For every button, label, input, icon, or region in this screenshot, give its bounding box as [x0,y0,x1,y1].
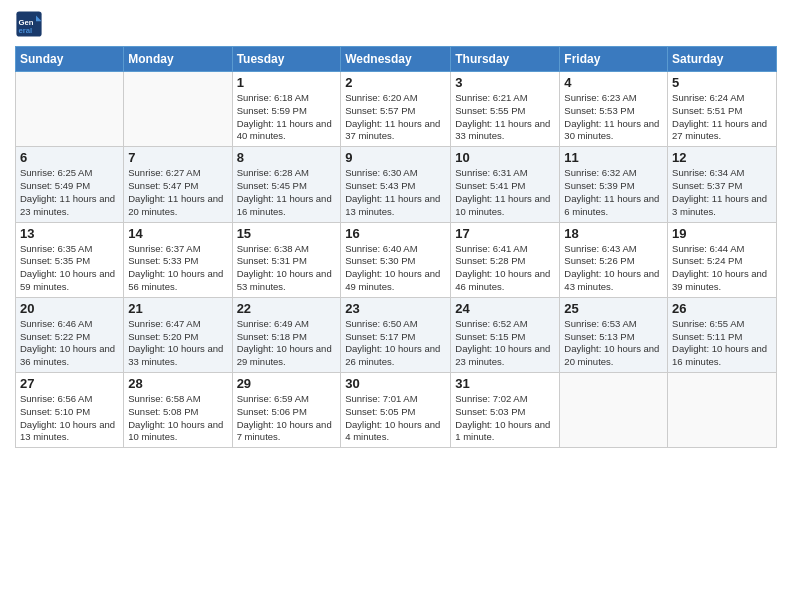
day-number: 10 [455,150,555,165]
day-info: Sunrise: 6:46 AM Sunset: 5:22 PM Dayligh… [20,318,119,369]
calendar-cell: 16Sunrise: 6:40 AM Sunset: 5:30 PM Dayli… [341,222,451,297]
calendar-cell: 19Sunrise: 6:44 AM Sunset: 5:24 PM Dayli… [668,222,777,297]
calendar-cell [124,72,232,147]
calendar-cell: 27Sunrise: 6:56 AM Sunset: 5:10 PM Dayli… [16,373,124,448]
day-number: 18 [564,226,663,241]
calendar-cell: 14Sunrise: 6:37 AM Sunset: 5:33 PM Dayli… [124,222,232,297]
day-info: Sunrise: 7:01 AM Sunset: 5:05 PM Dayligh… [345,393,446,444]
day-info: Sunrise: 6:56 AM Sunset: 5:10 PM Dayligh… [20,393,119,444]
day-number: 31 [455,376,555,391]
day-number: 16 [345,226,446,241]
day-number: 5 [672,75,772,90]
day-info: Sunrise: 6:18 AM Sunset: 5:59 PM Dayligh… [237,92,337,143]
day-info: Sunrise: 6:52 AM Sunset: 5:15 PM Dayligh… [455,318,555,369]
calendar-week-row: 13Sunrise: 6:35 AM Sunset: 5:35 PM Dayli… [16,222,777,297]
calendar-cell: 29Sunrise: 6:59 AM Sunset: 5:06 PM Dayli… [232,373,341,448]
day-info: Sunrise: 6:50 AM Sunset: 5:17 PM Dayligh… [345,318,446,369]
day-number: 22 [237,301,337,316]
svg-text:eral: eral [19,26,33,35]
calendar-cell: 6Sunrise: 6:25 AM Sunset: 5:49 PM Daylig… [16,147,124,222]
day-number: 30 [345,376,446,391]
day-number: 21 [128,301,227,316]
calendar-cell: 1Sunrise: 6:18 AM Sunset: 5:59 PM Daylig… [232,72,341,147]
calendar-cell: 13Sunrise: 6:35 AM Sunset: 5:35 PM Dayli… [16,222,124,297]
day-info: Sunrise: 6:40 AM Sunset: 5:30 PM Dayligh… [345,243,446,294]
calendar-cell: 11Sunrise: 6:32 AM Sunset: 5:39 PM Dayli… [560,147,668,222]
day-number: 8 [237,150,337,165]
calendar-header-row: Sunday Monday Tuesday Wednesday Thursday… [16,47,777,72]
calendar-week-row: 6Sunrise: 6:25 AM Sunset: 5:49 PM Daylig… [16,147,777,222]
col-thursday: Thursday [451,47,560,72]
day-info: Sunrise: 6:37 AM Sunset: 5:33 PM Dayligh… [128,243,227,294]
day-number: 27 [20,376,119,391]
day-info: Sunrise: 6:35 AM Sunset: 5:35 PM Dayligh… [20,243,119,294]
calendar-cell [668,373,777,448]
calendar-cell: 21Sunrise: 6:47 AM Sunset: 5:20 PM Dayli… [124,297,232,372]
calendar-cell: 23Sunrise: 6:50 AM Sunset: 5:17 PM Dayli… [341,297,451,372]
header: Gen eral [15,10,777,38]
col-wednesday: Wednesday [341,47,451,72]
calendar-cell: 22Sunrise: 6:49 AM Sunset: 5:18 PM Dayli… [232,297,341,372]
col-sunday: Sunday [16,47,124,72]
day-info: Sunrise: 6:25 AM Sunset: 5:49 PM Dayligh… [20,167,119,218]
logo: Gen eral [15,10,46,38]
day-info: Sunrise: 6:21 AM Sunset: 5:55 PM Dayligh… [455,92,555,143]
day-number: 7 [128,150,227,165]
day-info: Sunrise: 6:23 AM Sunset: 5:53 PM Dayligh… [564,92,663,143]
day-info: Sunrise: 6:30 AM Sunset: 5:43 PM Dayligh… [345,167,446,218]
day-number: 6 [20,150,119,165]
calendar-cell: 20Sunrise: 6:46 AM Sunset: 5:22 PM Dayli… [16,297,124,372]
day-info: Sunrise: 6:58 AM Sunset: 5:08 PM Dayligh… [128,393,227,444]
day-info: Sunrise: 6:44 AM Sunset: 5:24 PM Dayligh… [672,243,772,294]
day-number: 26 [672,301,772,316]
day-number: 2 [345,75,446,90]
calendar-cell: 5Sunrise: 6:24 AM Sunset: 5:51 PM Daylig… [668,72,777,147]
day-info: Sunrise: 6:28 AM Sunset: 5:45 PM Dayligh… [237,167,337,218]
calendar-cell: 7Sunrise: 6:27 AM Sunset: 5:47 PM Daylig… [124,147,232,222]
day-info: Sunrise: 6:55 AM Sunset: 5:11 PM Dayligh… [672,318,772,369]
day-info: Sunrise: 6:27 AM Sunset: 5:47 PM Dayligh… [128,167,227,218]
calendar-cell: 18Sunrise: 6:43 AM Sunset: 5:26 PM Dayli… [560,222,668,297]
day-number: 23 [345,301,446,316]
day-info: Sunrise: 6:32 AM Sunset: 5:39 PM Dayligh… [564,167,663,218]
calendar-cell: 24Sunrise: 6:52 AM Sunset: 5:15 PM Dayli… [451,297,560,372]
day-number: 25 [564,301,663,316]
calendar-cell: 12Sunrise: 6:34 AM Sunset: 5:37 PM Dayli… [668,147,777,222]
calendar-cell: 31Sunrise: 7:02 AM Sunset: 5:03 PM Dayli… [451,373,560,448]
day-info: Sunrise: 6:43 AM Sunset: 5:26 PM Dayligh… [564,243,663,294]
col-friday: Friday [560,47,668,72]
calendar-cell: 26Sunrise: 6:55 AM Sunset: 5:11 PM Dayli… [668,297,777,372]
day-number: 15 [237,226,337,241]
calendar-cell: 25Sunrise: 6:53 AM Sunset: 5:13 PM Dayli… [560,297,668,372]
day-number: 1 [237,75,337,90]
calendar-cell: 2Sunrise: 6:20 AM Sunset: 5:57 PM Daylig… [341,72,451,147]
calendar-cell [560,373,668,448]
day-number: 3 [455,75,555,90]
calendar-week-row: 27Sunrise: 6:56 AM Sunset: 5:10 PM Dayli… [16,373,777,448]
day-info: Sunrise: 6:31 AM Sunset: 5:41 PM Dayligh… [455,167,555,218]
calendar-week-row: 20Sunrise: 6:46 AM Sunset: 5:22 PM Dayli… [16,297,777,372]
day-info: Sunrise: 6:49 AM Sunset: 5:18 PM Dayligh… [237,318,337,369]
day-info: Sunrise: 6:20 AM Sunset: 5:57 PM Dayligh… [345,92,446,143]
day-number: 9 [345,150,446,165]
logo-icon: Gen eral [15,10,43,38]
calendar-cell: 3Sunrise: 6:21 AM Sunset: 5:55 PM Daylig… [451,72,560,147]
day-number: 19 [672,226,772,241]
calendar-week-row: 1Sunrise: 6:18 AM Sunset: 5:59 PM Daylig… [16,72,777,147]
day-info: Sunrise: 7:02 AM Sunset: 5:03 PM Dayligh… [455,393,555,444]
calendar-cell: 28Sunrise: 6:58 AM Sunset: 5:08 PM Dayli… [124,373,232,448]
calendar-cell: 10Sunrise: 6:31 AM Sunset: 5:41 PM Dayli… [451,147,560,222]
calendar-cell: 15Sunrise: 6:38 AM Sunset: 5:31 PM Dayli… [232,222,341,297]
calendar-cell: 9Sunrise: 6:30 AM Sunset: 5:43 PM Daylig… [341,147,451,222]
day-number: 13 [20,226,119,241]
day-number: 20 [20,301,119,316]
calendar-cell: 4Sunrise: 6:23 AM Sunset: 5:53 PM Daylig… [560,72,668,147]
calendar-cell: 8Sunrise: 6:28 AM Sunset: 5:45 PM Daylig… [232,147,341,222]
day-info: Sunrise: 6:38 AM Sunset: 5:31 PM Dayligh… [237,243,337,294]
day-number: 4 [564,75,663,90]
day-info: Sunrise: 6:53 AM Sunset: 5:13 PM Dayligh… [564,318,663,369]
day-number: 14 [128,226,227,241]
day-number: 11 [564,150,663,165]
day-info: Sunrise: 6:59 AM Sunset: 5:06 PM Dayligh… [237,393,337,444]
col-monday: Monday [124,47,232,72]
